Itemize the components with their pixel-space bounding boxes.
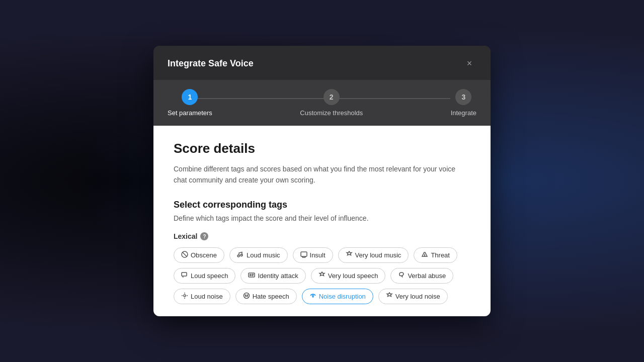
tag-label-loud-noise: Loud noise	[191, 293, 223, 300]
tag-insult[interactable]: Insult	[293, 247, 333, 263]
svg-point-3	[240, 254, 243, 256]
svg-point-22	[245, 295, 246, 296]
tag-label-threat: Threat	[431, 251, 450, 259]
tag-icon-very-loud-music	[346, 251, 353, 259]
svg-point-23	[247, 295, 248, 296]
tag-label-very-loud-noise: Very loud noise	[395, 293, 440, 300]
svg-point-16	[184, 295, 186, 297]
tag-icon-hate-speech	[243, 292, 250, 301]
tag-loud-music[interactable]: Loud music	[229, 247, 287, 263]
tag-icon-loud-speech	[181, 272, 188, 280]
tag-icon-very-loud-noise	[386, 292, 393, 301]
tag-icon-verbal-abuse	[398, 272, 405, 280]
tag-noise-disruption[interactable]: Noise disruption	[302, 289, 373, 304]
tag-label-very-loud-speech: Very loud speech	[328, 272, 378, 280]
step-1-circle: 1	[182, 89, 198, 105]
tag-identity-attack[interactable]: Identity attack	[240, 268, 305, 284]
tag-very-loud-speech[interactable]: Very loud speech	[311, 268, 386, 284]
step-1[interactable]: 1 Set parameters	[168, 89, 212, 117]
svg-point-12	[250, 275, 252, 276]
svg-point-21	[244, 293, 249, 299]
tag-icon-loud-music	[237, 251, 244, 259]
close-icon: ×	[467, 58, 472, 69]
modal-header: Integrate Safe Voice ×	[153, 46, 491, 80]
subsection-title: Select corresponding tags	[174, 200, 470, 210]
modal-content: Score details Combine different tags and…	[153, 126, 491, 317]
step-3-label: Integrate	[451, 109, 476, 117]
tag-very-loud-music[interactable]: Very loud music	[338, 247, 409, 263]
modal: Integrate Safe Voice × 1 Set parameters …	[153, 46, 491, 317]
step-3-circle: 3	[455, 89, 471, 105]
tag-label-insult: Insult	[310, 251, 326, 259]
tag-label-identity-attack: Identity attack	[258, 272, 298, 280]
steps-bar: 1 Set parameters 2 Customize thresholds …	[153, 80, 491, 126]
tag-label-very-loud-music: Very loud music	[355, 251, 401, 259]
step-2-circle: 2	[324, 89, 340, 105]
subsection-desc: Define which tags impact the score and t…	[174, 214, 470, 222]
svg-rect-4	[301, 252, 307, 256]
tag-verbal-abuse[interactable]: Verbal abuse	[390, 268, 453, 284]
tag-label-loud-speech: Loud speech	[191, 272, 228, 280]
tag-obscene[interactable]: Obscene	[174, 247, 224, 263]
tag-label-loud-music: Loud music	[247, 251, 280, 259]
svg-rect-10	[182, 273, 187, 276]
tag-label-hate-speech: Hate speech	[253, 293, 289, 300]
svg-line-1	[183, 252, 187, 256]
tag-hate-speech[interactable]: Hate speech	[235, 289, 297, 304]
step-2-label: Customize thresholds	[300, 109, 363, 117]
tag-threat[interactable]: Threat	[414, 247, 457, 263]
tag-icon-insult	[300, 251, 307, 259]
tag-icon-loud-noise	[181, 292, 188, 301]
tag-very-loud-noise[interactable]: Very loud noise	[378, 289, 448, 304]
step-2[interactable]: 2 Customize thresholds	[300, 89, 363, 117]
tag-label-verbal-abuse: Verbal abuse	[408, 272, 446, 280]
lexical-label: Lexical ?	[174, 232, 470, 240]
tag-label-noise-disruption: Noise disruption	[319, 293, 366, 300]
tag-label-obscene: Obscene	[191, 251, 217, 259]
tag-loud-speech[interactable]: Loud speech	[174, 268, 235, 284]
tag-icon-identity-attack	[248, 272, 255, 280]
tag-icon-threat	[421, 251, 428, 259]
section-title: Score details	[174, 141, 470, 156]
close-button[interactable]: ×	[462, 57, 476, 71]
tag-icon-noise-disruption	[309, 292, 316, 301]
svg-point-9	[425, 255, 425, 256]
tags-container: ObsceneLoud musicInsultVery loud musicTh…	[174, 247, 470, 304]
tag-icon-obscene	[181, 251, 188, 259]
svg-point-2	[237, 255, 239, 257]
section-desc: Combine different tags and scores based …	[174, 163, 470, 186]
tag-loud-noise[interactable]: Loud noise	[174, 289, 230, 304]
svg-point-24	[312, 296, 313, 297]
step-1-label: Set parameters	[168, 109, 212, 117]
step-3[interactable]: 3 Integrate	[451, 89, 476, 117]
tag-icon-very-loud-speech	[318, 272, 326, 280]
help-icon[interactable]: ?	[200, 232, 208, 240]
modal-title: Integrate Safe Voice	[168, 58, 254, 69]
